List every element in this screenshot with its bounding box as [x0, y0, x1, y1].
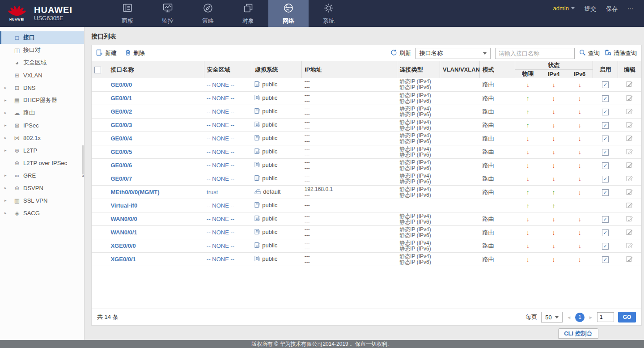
- enable-checkbox[interactable]: ✓: [602, 256, 609, 263]
- interface-name-link[interactable]: Virtual-if0: [110, 202, 137, 209]
- security-zone-link[interactable]: -- NONE --: [207, 229, 234, 236]
- col-header-mode[interactable]: 模式: [480, 61, 515, 78]
- sidebar-item-security-zone[interactable]: ◕安全区域: [0, 56, 84, 69]
- interface-name-link[interactable]: GE0/0/7: [110, 175, 132, 182]
- edit-icon[interactable]: [626, 215, 633, 223]
- security-zone-link[interactable]: -- NONE --: [207, 108, 234, 115]
- interface-name-link[interactable]: WAN0/0/1: [110, 229, 137, 236]
- commit-button[interactable]: 提交: [585, 5, 596, 13]
- edit-icon[interactable]: [626, 188, 633, 196]
- interface-name-link[interactable]: GE0/0/4: [110, 135, 132, 142]
- col-header-vsys[interactable]: 虚拟系统: [252, 61, 301, 78]
- sidebar-item-l2tp-over-ipsec[interactable]: ⊛L2TP over IPSec: [0, 157, 84, 169]
- edit-icon[interactable]: [626, 242, 633, 250]
- security-zone-link[interactable]: -- NONE --: [207, 122, 234, 128]
- enable-checkbox[interactable]: ✓: [602, 136, 609, 142]
- enable-checkbox[interactable]: ✓: [602, 109, 609, 115]
- sidebar-item-ssl-vpn[interactable]: ▸▥SSL VPN: [0, 194, 84, 207]
- edit-icon[interactable]: [626, 148, 633, 156]
- edit-icon[interactable]: [626, 202, 633, 210]
- sidebar-item-vxlan[interactable]: ⊞VXLAN: [0, 69, 84, 81]
- sidebar-item-route[interactable]: ▸☁路由: [0, 106, 84, 119]
- enable-checkbox[interactable]: ✓: [602, 243, 609, 250]
- new-button[interactable]: 新建: [96, 49, 117, 57]
- interface-name-link[interactable]: GE0/0/5: [110, 149, 132, 155]
- enable-checkbox[interactable]: ✓: [602, 229, 609, 236]
- sidebar-item-dns[interactable]: ▸⊟DNS: [0, 81, 84, 94]
- next-page-button[interactable]: ►: [589, 315, 593, 320]
- edit-icon[interactable]: [626, 81, 633, 89]
- col-header-conn[interactable]: 连接类型: [397, 61, 440, 78]
- sidebar-item-sacg[interactable]: ▸◈SACG: [0, 207, 84, 219]
- per-page-select[interactable]: 50: [541, 312, 563, 323]
- edit-icon[interactable]: [626, 121, 633, 129]
- query-button[interactable]: 查询: [579, 49, 600, 57]
- col-header-ip[interactable]: IP地址: [302, 61, 397, 78]
- enable-checkbox[interactable]: ✓: [602, 149, 609, 156]
- sidebar-item-l2tp[interactable]: ▸⊛L2TP: [0, 144, 84, 157]
- security-zone-link[interactable]: -- NONE --: [207, 149, 234, 155]
- delete-button[interactable]: 删除: [125, 49, 145, 57]
- select-all-checkbox[interactable]: [94, 67, 101, 73]
- filter-field-select[interactable]: 接口名称: [415, 48, 491, 59]
- nav-tab-policy[interactable]: 策略: [188, 0, 228, 27]
- sidebar-item-gre[interactable]: ▸∞GRE: [0, 169, 84, 182]
- interface-name-link[interactable]: WAN0/0/0: [110, 216, 137, 222]
- nav-tab-network[interactable]: 网络: [268, 0, 309, 27]
- enable-checkbox[interactable]: ✓: [602, 95, 609, 102]
- security-zone-link[interactable]: trust: [207, 189, 218, 195]
- sidebar-scrollbar[interactable]: [82, 145, 84, 174]
- sidebar-collapse-handle[interactable]: ◂: [81, 174, 84, 178]
- nav-tab-dashboard[interactable]: 面板: [107, 0, 148, 27]
- user-menu[interactable]: admin: [553, 5, 575, 12]
- refresh-button[interactable]: 刷新: [390, 49, 411, 57]
- security-zone-link[interactable]: -- NONE --: [207, 242, 234, 249]
- security-zone-link[interactable]: -- NONE --: [207, 202, 234, 209]
- edit-icon[interactable]: [626, 94, 633, 102]
- security-zone-link[interactable]: -- NONE --: [207, 135, 234, 142]
- col-header-zone[interactable]: 安全区域: [204, 61, 252, 78]
- security-zone-link[interactable]: -- NONE --: [207, 81, 234, 88]
- current-page-badge[interactable]: 1: [575, 313, 585, 322]
- sidebar-item-8021x[interactable]: ▸⋈802.1x: [0, 132, 84, 144]
- edit-icon[interactable]: [626, 175, 633, 183]
- enable-checkbox[interactable]: ✓: [602, 176, 609, 182]
- more-menu-button[interactable]: ···: [627, 5, 633, 12]
- enable-checkbox[interactable]: ✓: [602, 122, 609, 129]
- security-zone-link[interactable]: -- NONE --: [207, 162, 234, 169]
- edit-icon[interactable]: [626, 229, 633, 237]
- nav-tab-object[interactable]: 对象: [228, 0, 268, 27]
- edit-icon[interactable]: [626, 255, 633, 263]
- sidebar-item-dsvpn[interactable]: ▸⊕DSVPN: [0, 182, 84, 194]
- security-zone-link[interactable]: -- NONE --: [207, 256, 234, 263]
- interface-name-link[interactable]: XGE0/0/0: [110, 242, 136, 249]
- go-button[interactable]: GO: [618, 312, 636, 323]
- interface-name-link[interactable]: GE0/0/3: [110, 122, 132, 128]
- interface-name-link[interactable]: GE0/0/2: [110, 108, 132, 115]
- edit-icon[interactable]: [626, 135, 633, 143]
- security-zone-link[interactable]: -- NONE --: [207, 216, 234, 222]
- sidebar-item-dhcp-server[interactable]: ▸▤DHCP服务器: [0, 94, 84, 106]
- search-input[interactable]: [495, 48, 575, 59]
- col-header-name[interactable]: 接口名称: [108, 61, 204, 78]
- sidebar-item-ipsec[interactable]: ▸⊠IPSec: [0, 119, 84, 132]
- enable-checkbox[interactable]: ✓: [602, 216, 609, 223]
- interface-name-link[interactable]: XGE0/0/1: [110, 256, 136, 263]
- enable-checkbox[interactable]: ✓: [602, 189, 609, 196]
- nav-tab-monitor[interactable]: 监控: [148, 0, 188, 27]
- edit-icon[interactable]: [626, 161, 633, 170]
- interface-name-link[interactable]: GE0/0/6: [110, 162, 132, 169]
- interface-name-link[interactable]: GE0/0/1: [110, 95, 132, 102]
- col-header-vlan[interactable]: VLAN/VXLAN: [440, 61, 479, 78]
- sidebar-item-interface[interactable]: □接口: [0, 31, 84, 44]
- cli-console-button[interactable]: CLI 控制台: [558, 328, 598, 339]
- enable-checkbox[interactable]: ✓: [602, 162, 609, 169]
- goto-page-input[interactable]: [597, 312, 614, 322]
- security-zone-link[interactable]: -- NONE --: [207, 175, 234, 182]
- prev-page-button[interactable]: ◄: [567, 315, 571, 320]
- security-zone-link[interactable]: -- NONE --: [207, 95, 234, 102]
- save-button[interactable]: 保存: [606, 5, 618, 13]
- enable-checkbox[interactable]: ✓: [602, 81, 609, 88]
- sidebar-item-interface-pair[interactable]: ◫接口对: [0, 44, 84, 56]
- edit-icon[interactable]: [626, 108, 633, 116]
